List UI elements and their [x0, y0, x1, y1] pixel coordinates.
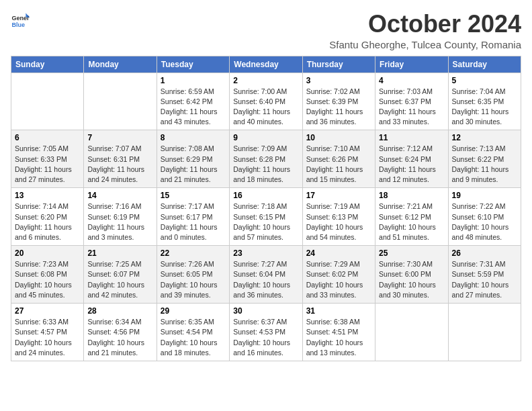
day-number: 19	[452, 191, 517, 200]
calendar-cell: 7Sunrise: 7:07 AM Sunset: 6:31 PM Daylig…	[84, 130, 157, 188]
calendar-cell: 22Sunrise: 7:26 AM Sunset: 6:05 PM Dayli…	[157, 246, 229, 304]
day-info: Sunrise: 7:26 AM Sunset: 6:05 PM Dayligh…	[161, 259, 226, 300]
weekday-header-wednesday: Wednesday	[230, 56, 302, 73]
calendar-cell: 24Sunrise: 7:29 AM Sunset: 6:02 PM Dayli…	[302, 246, 375, 304]
day-number: 13	[15, 191, 80, 200]
calendar-cell: 10Sunrise: 7:10 AM Sunset: 6:26 PM Dayli…	[302, 130, 375, 188]
day-info: Sunrise: 7:29 AM Sunset: 6:02 PM Dayligh…	[306, 259, 371, 300]
day-info: Sunrise: 7:13 AM Sunset: 6:22 PM Dayligh…	[452, 144, 517, 185]
svg-text:Blue: Blue	[11, 21, 25, 28]
weekday-header-monday: Monday	[84, 56, 157, 73]
calendar-cell: 26Sunrise: 7:31 AM Sunset: 5:59 PM Dayli…	[448, 246, 521, 304]
page-header: General Blue October 2024 Sfantu Gheorgh…	[11, 11, 521, 50]
day-number: 7	[87, 133, 152, 142]
calendar-week-3: 13Sunrise: 7:14 AM Sunset: 6:20 PM Dayli…	[11, 188, 521, 246]
day-number: 24	[306, 248, 371, 258]
day-number: 26	[452, 248, 517, 258]
day-info: Sunrise: 7:17 AM Sunset: 6:17 PM Dayligh…	[161, 201, 226, 242]
day-number: 15	[161, 191, 226, 200]
day-info: Sunrise: 7:07 AM Sunset: 6:31 PM Dayligh…	[87, 144, 152, 185]
calendar-cell: 4Sunrise: 7:03 AM Sunset: 6:37 PM Daylig…	[375, 73, 448, 130]
day-number: 3	[306, 76, 371, 85]
calendar-cell: 19Sunrise: 7:22 AM Sunset: 6:10 PM Dayli…	[448, 188, 521, 246]
day-number: 31	[306, 306, 371, 316]
weekday-header-saturday: Saturday	[448, 56, 521, 73]
location-subtitle: Sfantu Gheorghe, Tulcea County, Romania	[329, 39, 521, 50]
logo: General Blue	[11, 11, 30, 30]
day-info: Sunrise: 7:19 AM Sunset: 6:13 PM Dayligh…	[306, 201, 371, 242]
day-info: Sunrise: 6:59 AM Sunset: 6:42 PM Dayligh…	[161, 87, 226, 128]
weekday-header-sunday: Sunday	[11, 56, 84, 73]
calendar-cell	[448, 304, 521, 361]
day-info: Sunrise: 7:04 AM Sunset: 6:35 PM Dayligh…	[452, 87, 517, 128]
day-number: 30	[233, 306, 298, 316]
weekday-header-thursday: Thursday	[302, 56, 375, 73]
day-number: 16	[233, 191, 298, 200]
calendar-cell: 12Sunrise: 7:13 AM Sunset: 6:22 PM Dayli…	[448, 130, 521, 188]
day-info: Sunrise: 6:35 AM Sunset: 4:54 PM Dayligh…	[161, 317, 226, 358]
day-info: Sunrise: 7:23 AM Sunset: 6:08 PM Dayligh…	[15, 259, 80, 300]
calendar-cell	[11, 73, 84, 130]
day-info: Sunrise: 7:18 AM Sunset: 6:15 PM Dayligh…	[233, 201, 298, 242]
day-number: 23	[233, 248, 298, 258]
calendar-cell: 3Sunrise: 7:02 AM Sunset: 6:39 PM Daylig…	[302, 73, 375, 130]
day-number: 11	[379, 133, 444, 142]
calendar-week-5: 27Sunrise: 6:33 AM Sunset: 4:57 PM Dayli…	[11, 304, 521, 361]
calendar-cell: 2Sunrise: 7:00 AM Sunset: 6:40 PM Daylig…	[230, 73, 302, 130]
day-number: 8	[161, 133, 226, 142]
month-title: October 2024	[329, 11, 521, 38]
day-number: 1	[161, 76, 226, 85]
calendar-cell: 8Sunrise: 7:08 AM Sunset: 6:29 PM Daylig…	[157, 130, 229, 188]
day-info: Sunrise: 6:33 AM Sunset: 4:57 PM Dayligh…	[15, 317, 80, 358]
day-number: 6	[15, 133, 80, 142]
calendar-cell: 16Sunrise: 7:18 AM Sunset: 6:15 PM Dayli…	[230, 188, 302, 246]
day-info: Sunrise: 7:10 AM Sunset: 6:26 PM Dayligh…	[306, 144, 371, 185]
calendar-cell: 30Sunrise: 6:37 AM Sunset: 4:53 PM Dayli…	[230, 304, 302, 361]
day-info: Sunrise: 7:03 AM Sunset: 6:37 PM Dayligh…	[379, 87, 444, 128]
day-number: 12	[452, 133, 517, 142]
day-info: Sunrise: 6:37 AM Sunset: 4:53 PM Dayligh…	[233, 317, 298, 358]
calendar-cell: 21Sunrise: 7:25 AM Sunset: 6:07 PM Dayli…	[84, 246, 157, 304]
calendar-cell: 14Sunrise: 7:16 AM Sunset: 6:19 PM Dayli…	[84, 188, 157, 246]
day-info: Sunrise: 7:02 AM Sunset: 6:39 PM Dayligh…	[306, 87, 371, 128]
day-number: 25	[379, 248, 444, 258]
day-number: 2	[233, 76, 298, 85]
day-info: Sunrise: 7:14 AM Sunset: 6:20 PM Dayligh…	[15, 201, 80, 242]
day-info: Sunrise: 7:08 AM Sunset: 6:29 PM Dayligh…	[161, 144, 226, 185]
day-info: Sunrise: 7:12 AM Sunset: 6:24 PM Dayligh…	[379, 144, 444, 185]
calendar-cell	[84, 73, 157, 130]
calendar-cell: 25Sunrise: 7:30 AM Sunset: 6:00 PM Dayli…	[375, 246, 448, 304]
weekday-header-friday: Friday	[375, 56, 448, 73]
calendar-cell: 18Sunrise: 7:21 AM Sunset: 6:12 PM Dayli…	[375, 188, 448, 246]
day-info: Sunrise: 7:30 AM Sunset: 6:00 PM Dayligh…	[379, 259, 444, 300]
calendar-cell: 27Sunrise: 6:33 AM Sunset: 4:57 PM Dayli…	[11, 304, 84, 361]
calendar-cell: 17Sunrise: 7:19 AM Sunset: 6:13 PM Dayli…	[302, 188, 375, 246]
weekday-header-tuesday: Tuesday	[157, 56, 229, 73]
day-number: 4	[379, 76, 444, 85]
calendar-week-4: 20Sunrise: 7:23 AM Sunset: 6:08 PM Dayli…	[11, 246, 521, 304]
calendar-cell: 23Sunrise: 7:27 AM Sunset: 6:04 PM Dayli…	[230, 246, 302, 304]
day-info: Sunrise: 6:34 AM Sunset: 4:56 PM Dayligh…	[87, 317, 152, 358]
day-info: Sunrise: 7:27 AM Sunset: 6:04 PM Dayligh…	[233, 259, 298, 300]
day-info: Sunrise: 7:05 AM Sunset: 6:33 PM Dayligh…	[15, 144, 80, 185]
calendar-cell	[375, 304, 448, 361]
day-number: 22	[161, 248, 226, 258]
day-info: Sunrise: 7:00 AM Sunset: 6:40 PM Dayligh…	[233, 87, 298, 128]
calendar-table: SundayMondayTuesdayWednesdayThursdayFrid…	[11, 56, 521, 361]
day-number: 27	[15, 306, 80, 316]
calendar-cell: 9Sunrise: 7:09 AM Sunset: 6:28 PM Daylig…	[230, 130, 302, 188]
calendar-cell: 31Sunrise: 6:38 AM Sunset: 4:51 PM Dayli…	[302, 304, 375, 361]
day-number: 21	[87, 248, 152, 258]
day-number: 28	[87, 306, 152, 316]
day-info: Sunrise: 7:22 AM Sunset: 6:10 PM Dayligh…	[452, 201, 517, 242]
calendar-cell: 29Sunrise: 6:35 AM Sunset: 4:54 PM Dayli…	[157, 304, 229, 361]
calendar-cell: 11Sunrise: 7:12 AM Sunset: 6:24 PM Dayli…	[375, 130, 448, 188]
calendar-week-1: 1Sunrise: 6:59 AM Sunset: 6:42 PM Daylig…	[11, 73, 521, 130]
weekday-header-row: SundayMondayTuesdayWednesdayThursdayFrid…	[11, 56, 521, 73]
day-number: 17	[306, 191, 371, 200]
calendar-cell: 13Sunrise: 7:14 AM Sunset: 6:20 PM Dayli…	[11, 188, 84, 246]
day-info: Sunrise: 7:31 AM Sunset: 5:59 PM Dayligh…	[452, 259, 517, 300]
day-info: Sunrise: 7:25 AM Sunset: 6:07 PM Dayligh…	[87, 259, 152, 300]
day-info: Sunrise: 7:21 AM Sunset: 6:12 PM Dayligh…	[379, 201, 444, 242]
day-number: 20	[15, 248, 80, 258]
